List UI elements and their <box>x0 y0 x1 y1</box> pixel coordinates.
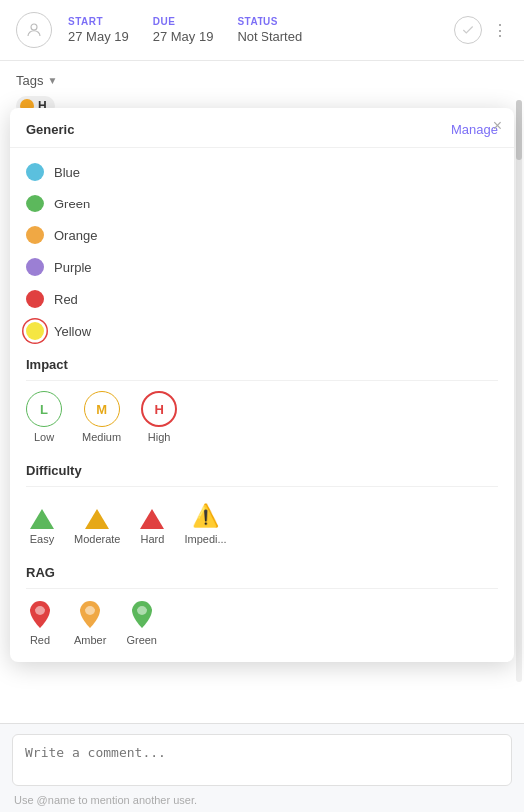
color-label: Blue <box>54 165 80 180</box>
rag-item[interactable]: Amber <box>74 599 106 646</box>
color-item[interactable]: Red <box>26 283 498 315</box>
header: START 27 May 19 DUE 27 May 19 STATUS Not… <box>0 0 524 61</box>
difficulty-label: Impedi... <box>184 533 226 545</box>
impact-circle-icon: L <box>26 391 62 427</box>
svg-point-1 <box>35 606 45 615</box>
color-label: Green <box>54 197 90 211</box>
difficulty-item[interactable]: Moderate <box>74 497 120 545</box>
difficulty-icon <box>81 497 113 529</box>
color-item[interactable]: Blue <box>26 156 498 188</box>
header-meta: START 27 May 19 DUE 27 May 19 STATUS Not… <box>68 16 454 44</box>
impact-label: Low <box>34 431 54 443</box>
color-dot-icon <box>26 322 44 340</box>
svg-point-0 <box>31 24 37 30</box>
difficulty-item[interactable]: Hard <box>136 497 168 545</box>
impact-item[interactable]: HHigh <box>141 391 177 443</box>
impact-section: Impact LLowMMediumHHigh <box>10 347 514 443</box>
color-dot-icon <box>26 290 44 308</box>
tags-text: Tags <box>16 73 43 88</box>
difficulty-row: EasyModerateHard⚠️Impedi... <box>26 497 498 545</box>
impact-label: Medium <box>82 431 121 443</box>
difficulty-label: Hard <box>141 533 165 545</box>
rag-icon <box>76 599 104 630</box>
status-value: Not Started <box>237 29 302 44</box>
rag-section: RAG RedAmberGreen <box>10 555 514 646</box>
color-item[interactable]: Yellow <box>26 315 498 347</box>
difficulty-item[interactable]: Easy <box>26 497 58 545</box>
difficulty-icon <box>26 497 58 529</box>
svg-point-3 <box>137 606 147 615</box>
rag-icon <box>26 599 54 630</box>
rag-label: Green <box>126 634 157 646</box>
rag-row: RedAmberGreen <box>26 599 498 646</box>
color-label: Red <box>54 292 78 307</box>
impact-item[interactable]: MMedium <box>82 391 121 443</box>
start-meta: START 27 May 19 <box>68 16 129 44</box>
more-options-button[interactable]: ⋮ <box>492 21 508 40</box>
color-dot-icon <box>26 258 44 276</box>
color-dot-icon <box>26 163 44 181</box>
difficulty-icon: ⚠️ <box>190 497 222 529</box>
due-label: DUE <box>153 16 214 27</box>
color-item[interactable]: Green <box>26 188 498 219</box>
start-label: START <box>68 16 129 27</box>
impact-item[interactable]: LLow <box>26 391 62 443</box>
manage-link[interactable]: Manage <box>451 122 498 137</box>
comment-area: Use @name to mention another user. <box>0 723 524 812</box>
rag-label: Amber <box>74 634 106 646</box>
impact-circle-icon: M <box>84 391 120 427</box>
color-dot-icon <box>26 226 44 244</box>
rag-item[interactable]: Red <box>26 599 54 646</box>
impact-circle-icon: H <box>141 391 177 427</box>
tags-dropdown-panel: × Generic Manage BlueGreenOrangePurpleRe… <box>10 108 514 662</box>
difficulty-item[interactable]: ⚠️Impedi... <box>184 497 226 545</box>
main-container: START 27 May 19 DUE 27 May 19 STATUS Not… <box>0 0 524 812</box>
tags-toggle[interactable]: Tags ▼ <box>16 73 508 88</box>
status-meta: STATUS Not Started <box>237 16 302 44</box>
difficulty-title: Difficulty <box>26 463 498 487</box>
color-item[interactable]: Orange <box>26 219 498 251</box>
avatar <box>16 12 52 48</box>
tags-arrow-icon: ▼ <box>47 75 57 86</box>
color-list: BlueGreenOrangePurpleRedYellow <box>10 156 514 347</box>
color-label: Purple <box>54 260 92 275</box>
color-label: Orange <box>54 228 97 243</box>
comment-hint: Use @name to mention another user. <box>12 794 512 806</box>
rag-title: RAG <box>26 565 498 589</box>
status-label: STATUS <box>237 16 302 27</box>
color-dot-icon <box>26 195 44 212</box>
start-value: 27 May 19 <box>68 29 129 44</box>
complete-button[interactable] <box>454 16 482 44</box>
generic-title: Generic <box>26 122 74 137</box>
comment-input[interactable] <box>12 734 512 786</box>
close-icon[interactable]: × <box>493 118 502 134</box>
svg-point-2 <box>85 606 95 615</box>
generic-section-header: Generic Manage <box>10 108 514 147</box>
difficulty-icon <box>136 497 168 529</box>
scrollbar-thumb[interactable] <box>516 100 522 160</box>
difficulty-label: Moderate <box>74 533 120 545</box>
impact-label: High <box>148 431 171 443</box>
impact-title: Impact <box>26 357 498 381</box>
header-actions: ⋮ <box>454 16 508 44</box>
impact-row: LLowMMediumHHigh <box>26 391 498 443</box>
color-item[interactable]: Purple <box>26 251 498 283</box>
due-value: 27 May 19 <box>153 29 214 44</box>
due-meta: DUE 27 May 19 <box>153 16 214 44</box>
rag-item[interactable]: Green <box>126 599 157 646</box>
difficulty-label: Easy <box>30 533 54 545</box>
difficulty-section: Difficulty EasyModerateHard⚠️Impedi... <box>10 453 514 545</box>
rag-label: Red <box>30 634 50 646</box>
generic-divider <box>10 147 514 148</box>
color-label: Yellow <box>54 324 91 339</box>
scrollbar-track <box>516 100 522 682</box>
rag-icon <box>128 599 156 630</box>
